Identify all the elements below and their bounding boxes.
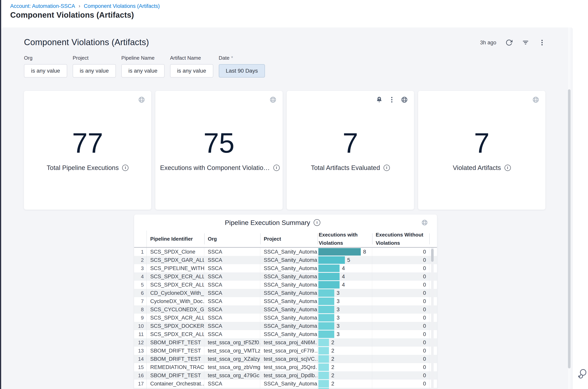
globe-icon[interactable]: [532, 96, 540, 103]
tile-label-text: Total Artifacts Evaluated: [311, 164, 380, 171]
cell-executions-with-violations: 2: [317, 338, 372, 347]
violations-bar-value: 4: [342, 265, 345, 271]
violations-bar[interactable]: [318, 297, 334, 305]
cell-executions-with-violations: 3: [317, 297, 372, 305]
cell-pipeline: SCS_SPDX_ECR_ALL_…: [147, 330, 204, 338]
column-header-pipeline[interactable]: Pipeline Identifier: [147, 231, 204, 247]
cell-org: SSCA: [204, 256, 260, 264]
violations-bar[interactable]: [318, 281, 340, 289]
cell-org: SSCA: [204, 330, 260, 338]
row-number: 4: [134, 272, 147, 281]
column-header-without-violations[interactable]: Executions WithoutViolations: [372, 231, 429, 247]
cell-executions-with-violations: 2: [317, 355, 372, 363]
bell-plus-icon[interactable]: [376, 96, 383, 103]
cell-executions-with-violations: 2: [317, 380, 372, 388]
violations-bar-value: 4: [342, 274, 345, 280]
cell-executions-without-violations: 0: [372, 380, 429, 388]
violations-bar-value: 2: [331, 381, 334, 387]
column-header-org[interactable]: Org: [204, 231, 260, 247]
violations-bar[interactable]: [318, 363, 329, 371]
info-icon[interactable]: [505, 165, 511, 171]
violations-bar[interactable]: [318, 330, 334, 338]
cell-pipeline: Container_Orchestrat…: [147, 380, 204, 388]
violations-bar[interactable]: [318, 289, 334, 297]
column-header-with-violations[interactable]: Executions withViolations: [317, 231, 372, 247]
globe-icon[interactable]: [138, 96, 145, 103]
cell-pipeline: CD_CycloneDX_With_…: [147, 289, 204, 297]
cell-org: SSCA: [204, 305, 260, 314]
metric-tiles: 77Total Pipeline Executions75Executions …: [24, 91, 545, 210]
cell-pipeline: SCS_SPDX_DOCKER_…: [147, 322, 204, 330]
filter-value-button[interactable]: Last 90 Days: [219, 64, 265, 77]
globe-icon[interactable]: [421, 219, 428, 226]
filter-value-button[interactable]: is any value: [170, 64, 213, 77]
violations-bar[interactable]: [318, 248, 361, 256]
cell-project: SSCA_Sanity_Automa…: [260, 272, 317, 281]
filter-value-button[interactable]: is any value: [121, 64, 165, 77]
table-row: 7CycloneDX_With_Doc…SSCASSCA_Sanity_Auto…: [134, 297, 437, 305]
globe-icon[interactable]: [269, 96, 277, 103]
cell-org: SSCA: [204, 264, 260, 272]
table-scrollbar-thumb[interactable]: [431, 249, 434, 262]
filter-label: Project: [73, 55, 116, 61]
cell-project: SSCA_Sanity_Automa…: [260, 305, 317, 314]
cell-executions-without-violations: 0: [372, 281, 429, 289]
tile-value: 77: [72, 129, 103, 157]
filter-value-button[interactable]: is any value: [73, 64, 116, 77]
chat-support-icon[interactable]: [577, 369, 587, 379]
cell-pipeline: SBOM_DRIFT_TEST: [147, 338, 204, 347]
violations-bar[interactable]: [318, 347, 329, 355]
filter-icon[interactable]: [522, 39, 529, 46]
violations-bar[interactable]: [318, 273, 340, 280]
column-header-project[interactable]: Project: [260, 231, 317, 247]
violations-bar[interactable]: [318, 380, 329, 388]
globe-icon[interactable]: [401, 96, 408, 103]
dashboard-panel: Component Violations (Artifacts) 3h ago …: [1, 28, 573, 389]
metric-tile: 77Total Pipeline Executions: [24, 91, 151, 210]
violations-bar[interactable]: [318, 372, 329, 379]
cell-org: test_ssca_org_tF5Zf0…: [204, 338, 260, 347]
filter-value-button[interactable]: is any value: [24, 64, 67, 77]
row-number: 2: [134, 256, 147, 264]
violations-bar: [318, 388, 329, 389]
dashboard-title: Component Violations (Artifacts): [24, 37, 149, 47]
cell-project: SSCA_Sanity_Automa…: [260, 264, 317, 272]
violations-bar[interactable]: [318, 355, 329, 363]
table-row: 16SBOM_DRIFT_TESTtest_ssca_org_479Gc…tes…: [134, 371, 437, 380]
violations-bar[interactable]: [318, 314, 334, 322]
cell-executions-without-violations: 0: [372, 371, 429, 380]
row-number: 1: [134, 248, 147, 256]
violations-bar[interactable]: [318, 256, 345, 264]
table-row: 6CD_CycloneDX_With_…SSCASSCA_Sanity_Auto…: [134, 289, 437, 297]
violations-bar-value: 5: [347, 257, 350, 263]
violations-bar[interactable]: [318, 322, 334, 330]
table-title: Pipeline Execution Summary: [225, 219, 310, 227]
kebab-icon[interactable]: [388, 96, 396, 103]
table-row: 5SCS_SPDX_ECR_ALL_…SSCASSCA_Sanity_Autom…: [134, 281, 437, 289]
page-scrollbar-thumb[interactable]: [568, 89, 571, 368]
violations-bar[interactable]: [318, 339, 329, 346]
cell-project: test_ssca_proj_cF7I9…: [260, 347, 317, 355]
table-scrollbar-track[interactable]: [431, 248, 434, 389]
dashboard-actions: 3h ago: [480, 39, 546, 46]
breadcrumb-account-link[interactable]: Account: Automation-SSCA: [10, 3, 75, 9]
info-icon[interactable]: [273, 165, 280, 171]
refresh-icon[interactable]: [505, 39, 513, 46]
violations-bar[interactable]: [318, 306, 334, 313]
cell-executions-without-violations: 0: [372, 305, 429, 314]
tile-label: Executions with Component Violatio…: [160, 164, 278, 171]
cell-executions-without-violations: [372, 388, 429, 389]
kebab-menu-icon[interactable]: [538, 39, 546, 46]
filter-group-org: Orgis any value: [24, 55, 67, 77]
info-icon[interactable]: [314, 219, 320, 226]
cell-project: SSCA_Sanity_Automa…: [260, 380, 317, 388]
violations-bar[interactable]: [318, 264, 340, 272]
cell-org: SSCA: [204, 248, 260, 256]
table-row: 15REMEDIATION_TRAC…test_ssca_org_zbVmg…t…: [134, 363, 437, 371]
table-row: 12SBOM_DRIFT_TESTtest_ssca_org_tF5Zf0…te…: [134, 338, 437, 347]
info-icon[interactable]: [383, 165, 390, 171]
breadcrumb-page-link[interactable]: Component Violations (Artifacts): [84, 3, 160, 9]
row-number: 7: [134, 297, 147, 305]
row-number: 13: [134, 347, 147, 355]
info-icon[interactable]: [122, 165, 128, 171]
